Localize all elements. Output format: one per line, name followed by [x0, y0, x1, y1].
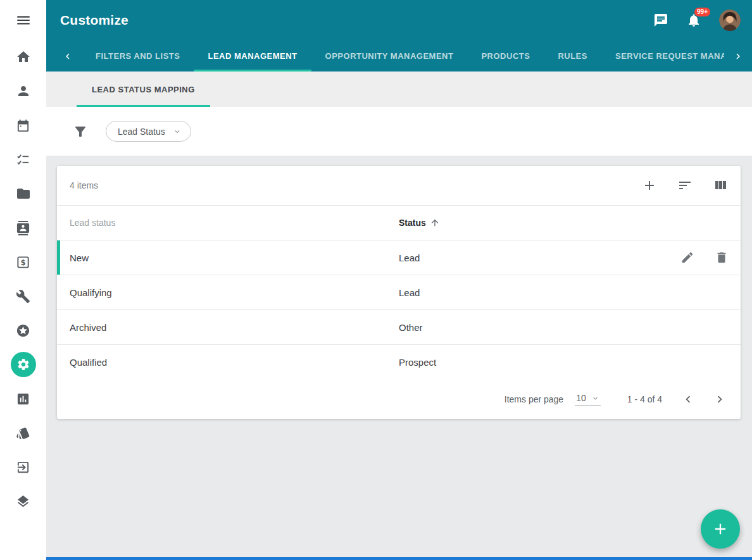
calendar-icon[interactable] [11, 113, 36, 138]
horizontal-scrollbar[interactable] [46, 557, 752, 560]
tab-service-request-management[interactable]: SERVICE REQUEST MANAGEMENT [601, 40, 724, 72]
table-row[interactable]: Archived Other [57, 310, 741, 345]
settings-icon[interactable] [11, 352, 36, 377]
columns-icon[interactable] [713, 178, 728, 193]
items-per-page-select[interactable]: 10 [575, 393, 601, 406]
filter-icon[interactable] [73, 124, 88, 139]
tab-products[interactable]: PRODUCTS [467, 40, 544, 72]
layers-icon[interactable] [11, 488, 36, 514]
subtab-lead-status-mapping[interactable]: LEAD STATUS MAPPING [77, 72, 210, 107]
add-icon [711, 520, 729, 538]
status-cell: Lead [399, 287, 741, 298]
sales-icon[interactable]: $ [11, 249, 36, 275]
table-row[interactable]: Qualifying Lead [57, 275, 741, 310]
home-icon[interactable] [11, 44, 36, 70]
tabs-scroll-left-icon[interactable] [54, 40, 82, 72]
filter-bar: Lead Status [46, 107, 752, 156]
reports-icon[interactable] [11, 386, 36, 411]
table-row[interactable]: Qualified Prospect [57, 345, 741, 380]
tools-icon[interactable] [11, 283, 36, 309]
items-per-page-label: Items per page [504, 394, 563, 404]
contacts-icon[interactable] [11, 215, 36, 240]
chevron-down-icon [591, 394, 599, 402]
previous-page-icon[interactable] [681, 392, 695, 406]
avatar[interactable] [719, 9, 741, 31]
tab-opportunity-management[interactable]: OPPORTUNITY MANAGEMENT [311, 40, 468, 72]
edit-icon[interactable] [680, 251, 694, 264]
page-range-label: 1 - 4 of 4 [627, 394, 662, 404]
featured-icon[interactable] [11, 318, 36, 343]
lead-status-cell: Archived [57, 322, 399, 333]
tab-filters-and-lists[interactable]: FILTERS AND LISTS [82, 40, 194, 72]
sidebar: $ [0, 0, 46, 560]
lead-status-mapping-card: 4 items Lead status Status New Lead [57, 166, 741, 419]
filter-chip-label: Lead Status [118, 127, 165, 137]
sort-ascending-icon [430, 218, 440, 228]
sub-tabbar: LEAD STATUS MAPPING [46, 72, 752, 107]
items-count: 4 items [70, 180, 98, 190]
menu-icon[interactable] [11, 8, 36, 33]
column-header-lead-status[interactable]: Lead status [57, 218, 399, 228]
lead-status-cell: Qualifying [57, 287, 399, 298]
card-toolbar: 4 items [57, 166, 741, 206]
chevron-down-icon [173, 127, 182, 136]
tabs-scroll-right-icon[interactable] [724, 40, 752, 72]
folder-icon[interactable] [11, 181, 36, 206]
svg-text:$: $ [20, 258, 25, 266]
sort-icon[interactable] [677, 178, 692, 193]
notifications-badge: 99+ [694, 8, 710, 16]
lead-status-cell: Qualified [57, 357, 399, 368]
person-icon[interactable] [11, 78, 36, 104]
lead-status-filter-chip[interactable]: Lead Status [106, 121, 191, 142]
tasks-icon[interactable] [11, 147, 36, 172]
table-row[interactable]: New Lead [57, 240, 741, 275]
tab-rules[interactable]: RULES [544, 40, 601, 72]
column-header-status[interactable]: Status [399, 218, 741, 228]
lead-status-cell: New [57, 252, 399, 263]
deals-icon[interactable] [11, 420, 36, 445]
app-header: Customize 99+ [46, 0, 752, 40]
next-page-icon[interactable] [713, 392, 727, 406]
status-cell: Other [399, 322, 741, 333]
status-cell: Prospect [399, 357, 741, 368]
notifications-icon[interactable]: 99+ [686, 13, 701, 28]
delete-icon[interactable] [715, 251, 729, 264]
add-icon[interactable] [642, 178, 657, 193]
main-tabbar: FILTERS AND LISTS LEAD MANAGEMENT OPPORT… [46, 40, 752, 72]
page-title: Customize [60, 13, 128, 28]
chat-icon[interactable] [653, 13, 668, 28]
add-fab-button[interactable] [701, 509, 740, 549]
table-header-row: Lead status Status [57, 206, 741, 240]
sign-in-icon[interactable] [11, 454, 36, 480]
pagination: Items per page 10 1 - 4 of 4 [57, 380, 741, 419]
tab-lead-management[interactable]: LEAD MANAGEMENT [194, 40, 311, 72]
